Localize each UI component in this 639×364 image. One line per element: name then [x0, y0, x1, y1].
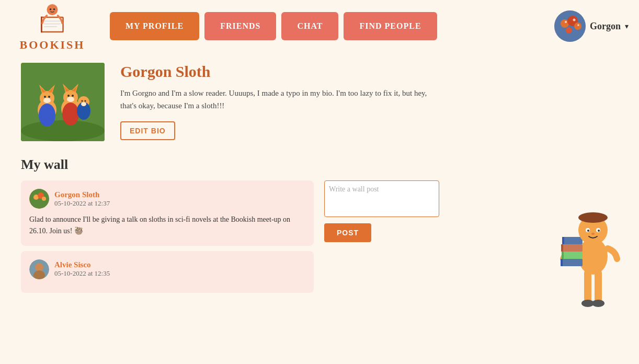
svg-point-18: [21, 120, 105, 141]
svg-point-32: [62, 103, 79, 126]
content-area: Gorgon Sloth I'm Gorgno and I'm a slow r…: [21, 63, 439, 293]
profile-bio: I'm Gorgno and I'm a slow reader. Uuuups…: [120, 87, 439, 112]
svg-point-14: [565, 21, 567, 23]
svg-point-41: [72, 95, 74, 97]
svg-rect-56: [561, 259, 583, 266]
svg-point-65: [578, 212, 608, 223]
logo-text: BOOKISH: [20, 38, 85, 52]
post-time-2: 05-10-2022 at 12:35: [54, 269, 110, 278]
svg-point-54: [592, 300, 604, 307]
illustration: [555, 178, 629, 309]
svg-rect-58: [561, 244, 583, 252]
nav-chat[interactable]: CHAT: [281, 12, 338, 40]
svg-point-35: [43, 98, 51, 103]
main-content: Gorgon Sloth I'm Gorgno and I'm a slow r…: [0, 52, 639, 303]
post-header-2: Alvie Sisco 05-10-2022 at 12:35: [29, 259, 305, 279]
post-header-1: Gorgon Sloth 05-10-2022 at 12:37: [29, 189, 305, 209]
svg-rect-60: [561, 259, 563, 266]
svg-rect-57: [562, 252, 583, 259]
wall-textarea[interactable]: [324, 180, 439, 217]
svg-rect-63: [562, 237, 564, 244]
svg-rect-61: [562, 252, 564, 259]
svg-point-47: [42, 197, 46, 201]
post-meta-1: Gorgon Sloth 05-10-2022 at 12:37: [54, 190, 110, 208]
post-author-2[interactable]: Alvie Sisco: [54, 260, 110, 269]
wall-title: My wall: [21, 157, 439, 173]
svg-rect-52: [595, 269, 602, 303]
logo-icon: [34, 1, 71, 37]
svg-point-25: [39, 104, 55, 127]
avatar: [554, 10, 586, 42]
user-chevron: ▾: [625, 22, 629, 31]
profile-section: Gorgon Sloth I'm Gorgno and I'm a slow r…: [21, 63, 439, 141]
post-avatar-2: [29, 259, 49, 279]
svg-point-37: [81, 102, 86, 106]
svg-point-38: [44, 96, 46, 98]
svg-point-36: [67, 97, 74, 102]
profile-name: Gorgon Sloth: [120, 63, 439, 81]
svg-point-69: [598, 230, 600, 232]
svg-point-42: [82, 100, 83, 102]
wall-input-area: POST: [324, 180, 439, 293]
main-nav: MY PROFILE FRIENDS CHAT FIND PEOPLE: [110, 12, 554, 40]
profile-image-placeholder: [21, 63, 105, 141]
svg-point-12: [574, 22, 581, 30]
svg-rect-62: [561, 244, 563, 252]
wall-post-1: Gorgon Sloth 05-10-2022 at 12:37 Glad to…: [21, 180, 314, 246]
svg-point-43: [85, 100, 86, 102]
profile-image: [21, 63, 105, 141]
wall-layout: Gorgon Sloth 05-10-2022 at 12:37 Glad to…: [21, 180, 439, 293]
logo[interactable]: BOOKISH: [10, 1, 94, 52]
svg-point-70: [591, 233, 595, 235]
svg-rect-2: [42, 18, 63, 31]
svg-point-6: [47, 4, 58, 15]
svg-rect-51: [584, 269, 591, 303]
svg-point-49: [35, 263, 43, 271]
svg-point-40: [67, 95, 70, 97]
illustration-svg: [555, 178, 629, 314]
post-author-1[interactable]: Gorgon Sloth: [54, 190, 110, 199]
post-content-1: Glad to announce I'll be giving a talk o…: [29, 214, 305, 237]
post-button[interactable]: POST: [324, 223, 371, 242]
user-name: Gorgon: [590, 21, 621, 32]
svg-point-8: [53, 8, 55, 10]
post-meta-2: Alvie Sisco 05-10-2022 at 12:35: [54, 260, 110, 278]
svg-point-13: [566, 27, 572, 33]
nav-find-people[interactable]: FIND PEOPLE: [344, 12, 437, 40]
svg-point-15: [573, 19, 575, 21]
wall-posts: Gorgon Sloth 05-10-2022 at 12:37 Glad to…: [21, 180, 314, 293]
wall-post-2: Alvie Sisco 05-10-2022 at 12:35: [21, 251, 314, 293]
profile-info: Gorgon Sloth I'm Gorgno and I'm a slow r…: [120, 63, 439, 141]
svg-point-39: [48, 96, 50, 98]
svg-point-68: [587, 230, 589, 232]
svg-point-7: [50, 8, 52, 10]
edit-bio-button[interactable]: EDIT BIO: [120, 121, 175, 140]
svg-rect-59: [562, 237, 583, 244]
post-avatar-1: [29, 189, 49, 209]
nav-friends[interactable]: FRIENDS: [204, 12, 276, 40]
header: BOOKISH MY PROFILE FRIENDS CHAT FIND PEO…: [0, 0, 639, 52]
svg-point-44: [29, 189, 49, 209]
nav-my-profile[interactable]: MY PROFILE: [110, 12, 199, 40]
user-menu[interactable]: Gorgon ▾: [554, 10, 629, 42]
svg-point-16: [577, 24, 579, 26]
svg-rect-1: [41, 17, 42, 33]
post-time-1: 05-10-2022 at 12:37: [54, 199, 110, 208]
